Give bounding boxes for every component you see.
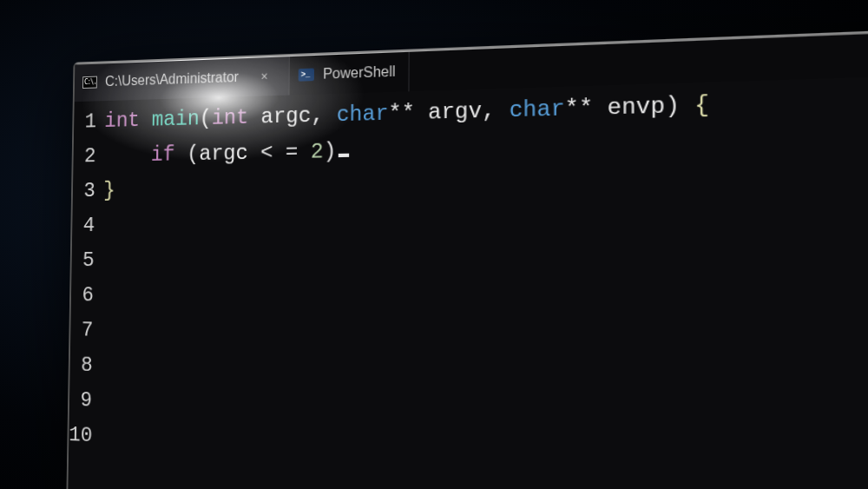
terminal-window: C:\. C:\Users\Administrator × PowerShell… [65, 25, 868, 489]
tab-label: C:\Users\Administrator [105, 69, 239, 90]
cmd-icon: C:\. [82, 76, 97, 89]
line-number: 9 [69, 382, 93, 418]
tab-label: PowerShell [323, 63, 396, 83]
line-number: 2 [73, 139, 96, 174]
line-number: 8 [69, 347, 93, 383]
line-number: 1 [74, 104, 96, 139]
line-number: 7 [70, 313, 94, 348]
tab-cmd-administrator[interactable]: C:\. C:\Users\Administrator × [75, 56, 290, 102]
editor-area[interactable]: 1 2 3 4 5 6 7 8 9 10 int main(int argc, … [67, 73, 868, 489]
tab-close-button[interactable]: × [253, 63, 277, 89]
line-number: 10 [69, 418, 92, 454]
line-number: 6 [71, 278, 95, 313]
line-number: 4 [72, 208, 95, 243]
tab-powershell[interactable]: PowerShell [289, 51, 409, 96]
line-number: 5 [71, 243, 95, 278]
powershell-icon [299, 69, 314, 82]
code-content[interactable]: int main(int argc, char** argv, char** e… [98, 73, 868, 489]
cursor-icon [338, 154, 348, 157]
line-number: 3 [73, 174, 96, 208]
